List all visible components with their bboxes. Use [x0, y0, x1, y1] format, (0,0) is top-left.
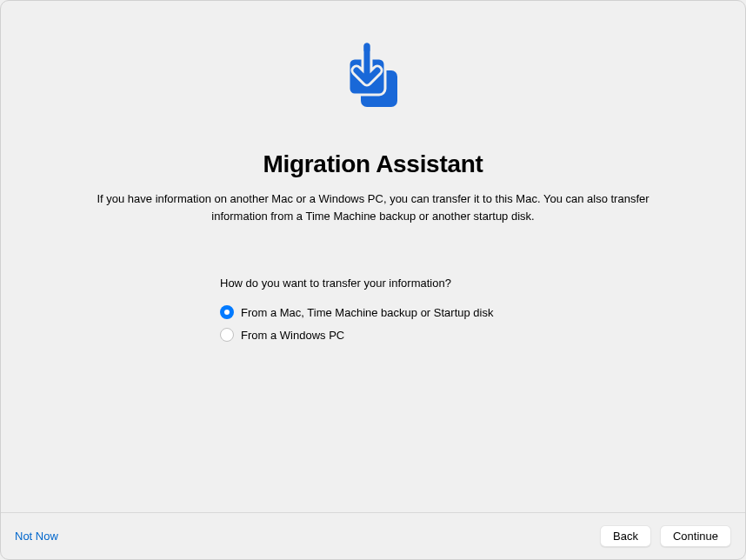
radio-button-mac[interactable]: [220, 305, 234, 319]
footer-bar: Not Now Back Continue: [1, 512, 745, 559]
radio-option-windows[interactable]: From a Windows PC: [220, 328, 745, 342]
transfer-question: How do you want to transfer your informa…: [220, 277, 745, 290]
migration-assistant-window: Migration Assistant If you have informat…: [0, 0, 746, 560]
footer-buttons: Back Continue: [600, 525, 731, 547]
radio-option-mac[interactable]: From a Mac, Time Machine backup or Start…: [220, 305, 745, 319]
continue-button[interactable]: Continue: [660, 525, 731, 547]
migration-icon: [330, 43, 416, 133]
back-button[interactable]: Back: [600, 525, 651, 547]
radio-button-windows[interactable]: [220, 328, 234, 342]
transfer-options-section: How do you want to transfer your informa…: [1, 277, 745, 342]
page-description: If you have information on another Mac o…: [77, 190, 669, 224]
radio-label-windows: From a Windows PC: [241, 329, 344, 342]
main-content: Migration Assistant If you have informat…: [1, 1, 745, 512]
radio-label-mac: From a Mac, Time Machine backup or Start…: [241, 306, 493, 319]
not-now-link[interactable]: Not Now: [15, 530, 58, 543]
page-title: Migration Assistant: [263, 150, 483, 178]
transfer-radio-group: From a Mac, Time Machine backup or Start…: [220, 305, 745, 342]
